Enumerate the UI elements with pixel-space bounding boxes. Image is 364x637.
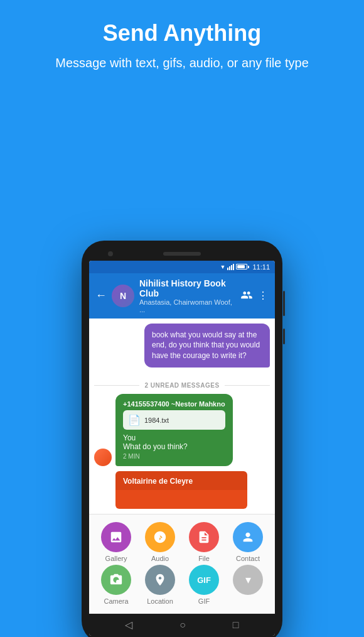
volume-button <box>283 291 285 316</box>
attach-row-2: Camera Location GIF GIF <box>94 565 270 605</box>
attach-more[interactable]: ▾ <box>229 565 267 605</box>
status-time: 11:11 <box>252 263 270 271</box>
battery-icon <box>236 264 247 270</box>
file-icon-circle <box>189 522 219 552</box>
divider-line-left <box>94 385 139 386</box>
voltairine-message-row: Voltairine de Cleyre <box>94 471 270 509</box>
camera-icon-circle <box>101 565 131 595</box>
audio-label: Audio <box>151 555 169 562</box>
outgoing-bubble: book what you would say at the end, do y… <box>144 324 270 377</box>
nestor-avatar-img <box>94 449 112 466</box>
signal-icons: ▼ <box>220 264 248 270</box>
wifi-icon: ▼ <box>220 264 226 270</box>
outgoing-message-row: book what you would say at the end, do y… <box>94 324 270 377</box>
gif-icon-circle: GIF <box>189 565 219 595</box>
attach-gallery[interactable]: Gallery <box>97 522 135 562</box>
phone-screen: ▼ 11:11 ← N Nihilis <box>89 261 275 636</box>
earpiece-speaker <box>163 252 201 256</box>
battery-fill <box>237 265 244 268</box>
contact-icon-circle <box>233 522 263 552</box>
page-subtitle: Message with text, gifs, audio, or any f… <box>25 54 339 72</box>
attach-location[interactable]: Location <box>141 565 179 605</box>
app-bar-actions: ⋮ <box>240 289 269 302</box>
attach-contact[interactable]: Contact <box>229 522 267 562</box>
attach-file[interactable]: File <box>185 522 223 562</box>
voltairine-body-bubble <box>115 490 247 509</box>
divider-line-right <box>225 385 270 386</box>
app-bar: ← N Nihilist History Book Club Anastasia… <box>89 273 275 318</box>
signal-bars <box>227 264 234 270</box>
file-label: File <box>198 555 210 562</box>
attach-panel: Gallery Audio <box>89 514 275 612</box>
page-title: Send Anything <box>25 20 339 46</box>
attach-gif[interactable]: GIF GIF <box>185 565 223 605</box>
attach-camera[interactable]: Camera <box>97 565 135 605</box>
gallery-icon-circle <box>101 522 131 552</box>
status-bar: ▼ 11:11 <box>89 261 275 273</box>
nav-bar: ◁ ○ □ <box>89 614 275 636</box>
nav-back-button[interactable]: ◁ <box>125 619 132 631</box>
back-button[interactable]: ← <box>95 289 107 302</box>
nav-recents-button[interactable]: □ <box>233 619 239 631</box>
phone-device: ▼ 11:11 ← N Nihilis <box>82 241 282 637</box>
chat-area: book what you would say at the end, do y… <box>89 318 275 514</box>
group-avatar-img: N <box>112 285 134 307</box>
group-info: Nihilist History Book Club Anastasia, Ch… <box>139 278 235 313</box>
nestor-bubble-text: You <box>123 433 225 442</box>
more-options-icon[interactable]: ⋮ <box>258 290 269 302</box>
outgoing-bubble-time: 8 MIN <box>144 370 270 377</box>
attach-row-1: Gallery Audio <box>94 522 270 562</box>
location-label: Location <box>147 597 173 605</box>
nestor-bubble-content: +14155537400 ~Nestor Mahkno 📄 1984.txt Y… <box>115 394 233 466</box>
gif-label: GIF <box>198 597 210 605</box>
camera-label: Camera <box>104 597 128 605</box>
voltairine-sender-name: Voltairine de Cleyre <box>123 477 193 486</box>
phone-top <box>89 252 275 256</box>
nav-home-button[interactable]: ○ <box>179 619 186 631</box>
outgoing-bubble-text: book what you would say at the end, do y… <box>144 324 270 368</box>
file-name: 1984.txt <box>144 416 169 424</box>
group-members-icon[interactable] <box>240 289 253 302</box>
location-icon-circle <box>145 565 175 595</box>
nestor-avatar <box>94 449 112 466</box>
group-avatar: N <box>112 285 134 307</box>
unread-count: 2 UNREAD MESSAGES <box>144 382 219 389</box>
nestor-message-text: What do you think? <box>123 442 225 451</box>
group-name: Nihilist History Book Club <box>139 278 235 298</box>
front-camera <box>108 251 113 256</box>
unread-divider: 2 UNREAD MESSAGES <box>94 382 270 389</box>
more-icon-circle: ▾ <box>233 565 263 595</box>
more-label <box>247 597 249 605</box>
file-attachment: 📄 1984.txt <box>123 410 225 430</box>
voltairine-header-bubble: Voltairine de Cleyre <box>115 471 247 490</box>
group-subtitle: Anastasia, Chairwoman Woof, ... <box>139 298 235 313</box>
file-icon: 📄 <box>128 414 141 426</box>
gallery-label: Gallery <box>105 555 127 562</box>
contact-label: Contact <box>236 555 260 562</box>
nestor-bubble-time: 2 MIN <box>123 453 225 460</box>
nestor-bubble: +14155537400 ~Nestor Mahkno 📄 1984.txt Y… <box>115 394 233 466</box>
nestor-message-row: +14155537400 ~Nestor Mahkno 📄 1984.txt Y… <box>94 394 270 466</box>
attach-audio[interactable]: Audio <box>141 522 179 562</box>
audio-icon-circle <box>145 522 175 552</box>
header-section: Send Anything Message with text, gifs, a… <box>0 0 364 84</box>
nestor-sender-line: +14155537400 ~Nestor Mahkno <box>123 400 225 408</box>
power-button <box>283 329 285 344</box>
